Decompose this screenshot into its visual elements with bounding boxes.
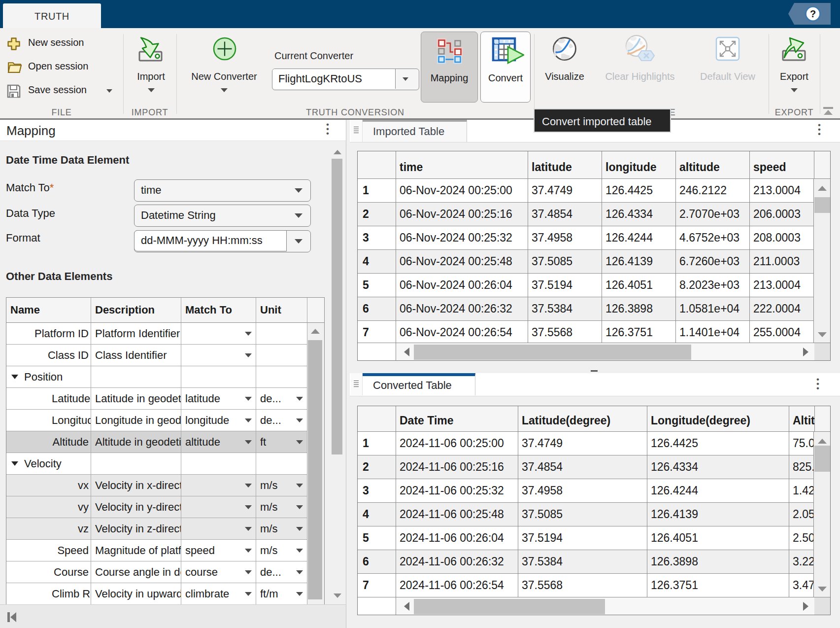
svg-text:?: ? xyxy=(810,8,816,19)
